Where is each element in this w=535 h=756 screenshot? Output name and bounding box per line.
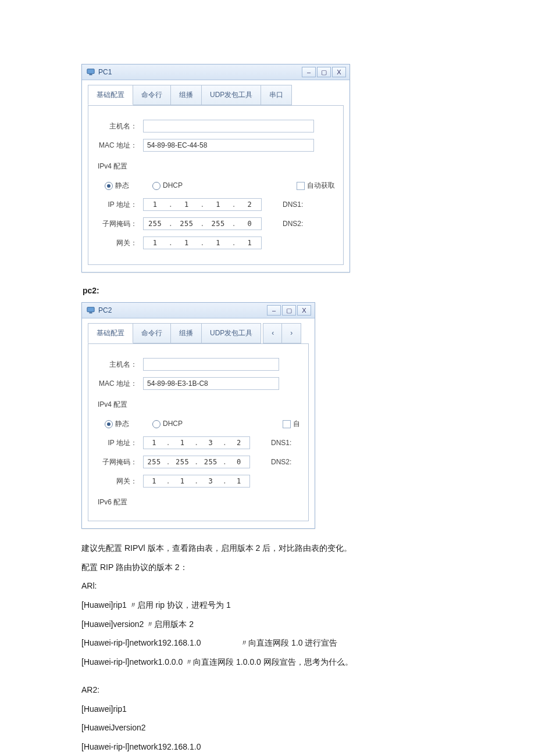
- mask-input[interactable]: 255. 255. 255. 0: [143, 456, 250, 468]
- ip-octet: 255: [204, 456, 217, 469]
- tab-cli[interactable]: 命令行: [133, 85, 171, 105]
- ip-octet: 3: [204, 475, 217, 488]
- label-mac: MAC 地址：: [97, 139, 137, 152]
- ip-octet: 0: [232, 456, 246, 469]
- radio-dhcp-label: DHCP: [163, 179, 183, 192]
- label-ip: IP 地址：: [97, 436, 137, 450]
- hostname-input[interactable]: [143, 358, 279, 371]
- svg-rect-1: [89, 74, 92, 75]
- tab-scroll-left[interactable]: ‹: [263, 323, 283, 343]
- ip-octet: 1: [147, 436, 161, 450]
- tab-serial[interactable]: 串口: [261, 85, 292, 105]
- ar1-line3-cmd: [Huawei-rip-l]network192.168.1.0: [81, 638, 201, 647]
- hostname-input[interactable]: [143, 120, 314, 132]
- ip-octet: 1: [179, 198, 194, 212]
- ip-octet: 1: [147, 198, 163, 212]
- ipv4-section-label: IPv4 配置: [98, 160, 335, 173]
- pc1-tabs: 基础配置 命令行 组播 UDP发包工具 串口: [82, 80, 349, 105]
- checkbox-auto-label: 自动获取: [307, 179, 335, 192]
- pc2-tabs: 基础配置 命令行 组播 UDP发包工具 ‹ ›: [82, 318, 315, 343]
- radio-dhcp[interactable]: DHCP: [152, 417, 183, 431]
- ip-octet: 255: [147, 217, 163, 231]
- pc1-titlebar: PC1 – ▢ X: [82, 65, 349, 80]
- label-gateway: 网关：: [97, 237, 137, 250]
- radio-dot-icon: [152, 182, 160, 190]
- ip-octet: 255: [179, 217, 194, 231]
- radio-dot-icon: [105, 182, 113, 190]
- ip-octet: 1: [232, 475, 246, 488]
- pc2-caption: pc2:: [83, 283, 452, 299]
- document-text: 建议先配置 RIPVl 版本，查看路由表，启用版本 2 后，对比路由表的变化。 …: [81, 540, 454, 756]
- config-header: 配置 RIP 路由协议的版本 2：: [81, 560, 454, 575]
- label-ip: IP 地址：: [97, 198, 137, 212]
- tab-cli[interactable]: 命令行: [133, 323, 171, 343]
- maximize-button[interactable]: ▢: [317, 67, 331, 77]
- tab-basic-config[interactable]: 基础配置: [88, 85, 133, 105]
- ar2-line3: [Huawei-rip-l]network192.168.1.0: [81, 739, 454, 755]
- ip-octet: 3: [204, 436, 217, 450]
- radio-static-label: 静态: [115, 179, 129, 192]
- radio-dhcp-label: DHCP: [163, 417, 183, 431]
- mask-input[interactable]: 255. 255. 255. 0: [143, 217, 262, 230]
- pc2-body: 主机名： MAC 地址： IPv4 配置 静态 DHCP 自 IP 地址： 1.…: [88, 343, 309, 521]
- ip-octet: 0: [242, 217, 258, 231]
- tab-udp-tool[interactable]: UDP发包工具: [201, 323, 261, 343]
- ar1-line2: [Huawei]version2 〃启用版本 2: [81, 617, 454, 632]
- pc1-title: PC1: [98, 66, 112, 79]
- ipv6-section-label: IPv6 配置: [98, 496, 300, 509]
- radio-static-label: 静态: [115, 417, 129, 431]
- radio-static[interactable]: 静态: [105, 179, 129, 192]
- advice-line: 建议先配置 RIPVl 版本，查看路由表，启用版本 2 后，对比路由表的变化。: [81, 540, 454, 556]
- checkbox-icon: [283, 420, 291, 428]
- ip-octet: 1: [147, 475, 161, 488]
- ip-octet: 1: [179, 237, 194, 250]
- radio-static[interactable]: 静态: [105, 417, 129, 431]
- close-button[interactable]: X: [332, 67, 346, 77]
- checkbox-auto[interactable]: 自动获取: [297, 179, 335, 192]
- ar1-header: ARl:: [81, 578, 454, 594]
- radio-dot-icon: [152, 420, 160, 428]
- label-dns1: DNS1:: [271, 436, 294, 450]
- ip-octet: 1: [242, 237, 258, 250]
- label-mask: 子网掩码：: [97, 456, 137, 469]
- ip-octet: 2: [232, 436, 246, 450]
- mac-input[interactable]: [143, 377, 279, 390]
- pc2-title: PC2: [98, 304, 112, 317]
- tab-multicast[interactable]: 组播: [170, 323, 202, 343]
- ip-octet: 1: [176, 475, 190, 488]
- tab-basic-config[interactable]: 基础配置: [88, 323, 133, 343]
- maximize-button[interactable]: ▢: [282, 305, 296, 316]
- mac-input[interactable]: [143, 139, 314, 152]
- minimize-button[interactable]: –: [267, 305, 281, 316]
- ip-input[interactable]: 1. 1. 3. 2: [143, 436, 250, 449]
- close-button[interactable]: X: [297, 305, 311, 316]
- gateway-input[interactable]: 1. 1. 1. 1: [143, 237, 262, 249]
- label-dns2: DNS2:: [283, 217, 306, 231]
- ip-input[interactable]: 1. 1. 1. 2: [143, 198, 262, 211]
- ar1-line3-note: 〃向直连网段 1.0 进行宣告: [240, 638, 337, 647]
- tab-udp-tool[interactable]: UDP发包工具: [201, 85, 261, 105]
- gateway-input[interactable]: 1. 1. 3. 1: [143, 475, 250, 488]
- ipv4-section-label: IPv4 配置: [98, 398, 300, 411]
- pc1-window: PC1 – ▢ X 基础配置 命令行 组播 UDP发包工具 串口 主机名： MA…: [81, 64, 350, 273]
- ip-octet: 1: [211, 198, 226, 212]
- checkbox-auto[interactable]: 自: [283, 417, 300, 431]
- radio-dhcp[interactable]: DHCP: [152, 179, 183, 192]
- label-hostname: 主机名：: [97, 358, 137, 371]
- label-mac: MAC 地址：: [97, 377, 137, 390]
- tab-multicast[interactable]: 组播: [170, 85, 202, 105]
- ar1-line1: [Huawei]rip1 〃启用 rip 协议，进程号为 1: [81, 597, 454, 613]
- label-gateway: 网关：: [97, 475, 137, 488]
- label-dns1: DNS1:: [283, 198, 306, 212]
- ip-octet: 255: [211, 217, 226, 231]
- ip-octet: 1: [176, 436, 190, 450]
- svg-rect-0: [87, 69, 94, 74]
- pc2-window: PC2 – ▢ X 基础配置 命令行 组播 UDP发包工具 ‹ › 主机名： M…: [81, 302, 315, 529]
- ar2-line1: [Huawei]rip1: [81, 701, 454, 717]
- tab-scroll-right[interactable]: ›: [281, 323, 301, 343]
- ip-octet: 255: [176, 456, 190, 469]
- svg-rect-3: [89, 312, 92, 313]
- label-hostname: 主机名：: [97, 120, 137, 133]
- minimize-button[interactable]: –: [302, 67, 316, 77]
- label-mask: 子网掩码：: [97, 217, 137, 231]
